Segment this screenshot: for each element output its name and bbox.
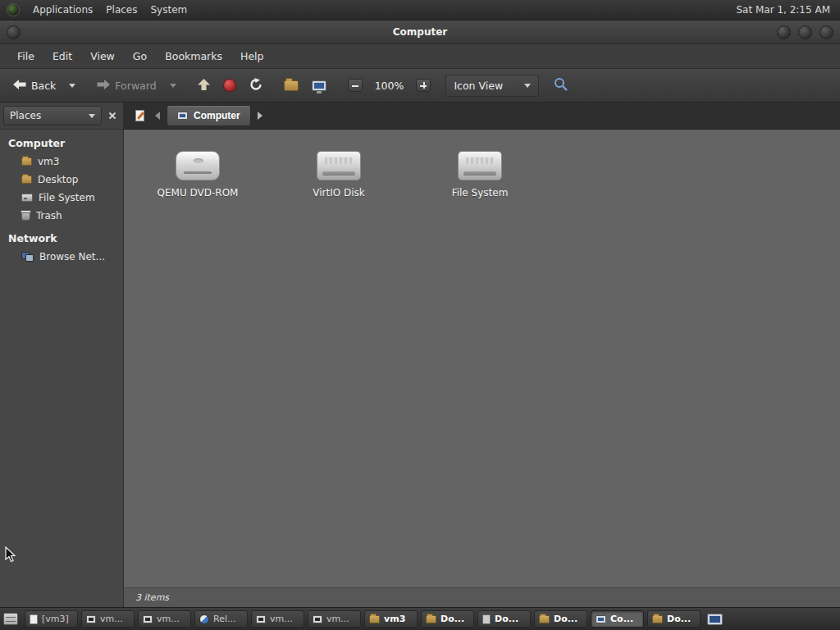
window-menu-button[interactable]: [7, 25, 21, 39]
taskbar-window-button[interactable]: Do...: [421, 610, 474, 628]
menubar: File Edit View Go Bookmarks Help: [0, 44, 840, 69]
home-button[interactable]: [277, 75, 305, 96]
forward-icon: [97, 80, 110, 92]
menu-bookmarks[interactable]: Bookmarks: [156, 46, 231, 66]
sidebar-item-vm3[interactable]: vm3: [0, 153, 123, 171]
search-icon: [554, 77, 568, 94]
up-arrow-icon: [198, 79, 210, 93]
optical-drive-icon: [176, 151, 220, 180]
menu-help[interactable]: Help: [231, 46, 273, 66]
menu-go[interactable]: Go: [124, 46, 156, 66]
path-scroll-right-icon[interactable]: [258, 112, 262, 120]
sidebar-section-computer: Computer: [0, 130, 123, 153]
taskbar-window-button[interactable]: vm...: [251, 610, 304, 628]
zoom-out-button[interactable]: [341, 74, 369, 97]
zoom-out-icon: [348, 79, 363, 92]
back-history-dropdown[interactable]: [62, 79, 82, 93]
back-button[interactable]: Back: [7, 75, 62, 97]
taskbar-window-button[interactable]: Do...: [477, 610, 531, 628]
desktop-top-panel: Applications Places System Sat Mar 1, 2:…: [0, 0, 840, 21]
sidebar-item-browse-network[interactable]: Browse Net...: [0, 248, 123, 266]
hard-disk-icon: [458, 151, 502, 180]
file-item-qemu-dvd[interactable]: QEMU DVD-ROM: [132, 151, 263, 199]
taskbar-window-button[interactable]: vm3: [364, 610, 418, 628]
clock[interactable]: Sat Mar 1, 2:15 AM: [733, 4, 833, 16]
computer-icon: [596, 615, 606, 623]
trash-icon: [21, 212, 30, 221]
file-item-virtio-disk[interactable]: VirtIO Disk: [273, 151, 404, 199]
forward-history-dropdown[interactable]: [163, 79, 183, 93]
display-tray-icon[interactable]: [707, 614, 723, 625]
network-icon: [21, 252, 34, 262]
menu-view[interactable]: View: [81, 46, 124, 66]
back-icon: [13, 80, 26, 92]
reload-button[interactable]: [243, 73, 269, 98]
file-item-filesystem[interactable]: File System: [414, 151, 546, 199]
sidebar: Places Computer vm3 Desktop File System …: [0, 103, 124, 607]
folder-icon: [21, 158, 32, 166]
terminal-icon: [256, 615, 266, 623]
view-mode-select[interactable]: Icon View: [445, 75, 539, 97]
close-button[interactable]: [819, 25, 833, 39]
window-icon: [30, 614, 38, 624]
path-scroll-left-icon[interactable]: [155, 112, 160, 120]
chevron-down-icon: [524, 84, 531, 88]
taskbar-window-button-active[interactable]: Co...: [591, 610, 644, 628]
sidebar-mode-select[interactable]: Places: [3, 106, 102, 126]
toolbar: Back Forward 100% Icon View: [0, 69, 840, 103]
taskbar-window-button[interactable]: vm...: [308, 610, 361, 628]
menu-applications[interactable]: Applications: [26, 2, 99, 18]
window-icon: [86, 615, 96, 623]
taskbar-window-button[interactable]: Do...: [534, 610, 587, 628]
hard-disk-icon: [317, 151, 361, 180]
sidebar-item-desktop[interactable]: Desktop: [0, 171, 123, 189]
menu-system[interactable]: System: [144, 2, 194, 18]
taskbar-window-button[interactable]: Rel...: [194, 610, 248, 628]
search-button[interactable]: [547, 72, 574, 98]
zoom-in-button[interactable]: [409, 74, 437, 97]
reload-icon: [249, 78, 262, 94]
zoom-in-icon: [416, 79, 431, 92]
menu-edit[interactable]: Edit: [43, 46, 81, 66]
computer-icon: [177, 112, 188, 120]
zoom-level: 100%: [369, 80, 410, 92]
document-icon: [482, 614, 491, 624]
menu-file[interactable]: File: [8, 46, 43, 66]
folder-icon: [369, 615, 380, 623]
path-computer-button[interactable]: Computer: [167, 105, 251, 126]
folder-icon: [21, 176, 32, 184]
file-manager-launcher-icon[interactable]: [3, 613, 18, 625]
chevron-down-icon: [89, 114, 95, 118]
sidebar-item-filesystem[interactable]: File System: [0, 189, 123, 207]
file-view[interactable]: QEMU DVD-ROM VirtIO Disk File System: [124, 130, 840, 587]
taskbar: [vm3] vm... vm... Rel... vm... vm... vm3…: [0, 607, 840, 630]
taskbar-window-button[interactable]: vm...: [138, 610, 191, 628]
statusbar: 3 items: [124, 587, 840, 607]
minimize-button[interactable]: [777, 25, 791, 39]
window-titlebar[interactable]: Computer: [0, 21, 840, 44]
folder-icon: [652, 615, 663, 623]
window-icon: [143, 615, 153, 623]
taskbar-window-button[interactable]: [vm3]: [25, 610, 78, 628]
chevron-down-icon: [69, 84, 75, 88]
taskbar-window-button[interactable]: Do...: [647, 610, 701, 628]
distro-logo-icon[interactable]: [7, 3, 20, 16]
pathbar: Computer: [124, 103, 840, 130]
menu-places[interactable]: Places: [99, 2, 144, 18]
sidebar-item-trash[interactable]: Trash: [0, 207, 123, 225]
folder-icon: [539, 615, 550, 623]
forward-button[interactable]: Forward: [90, 75, 162, 97]
taskbar-window-button[interactable]: vm...: [81, 610, 135, 628]
sidebar-close-icon[interactable]: [105, 108, 120, 123]
up-button[interactable]: [191, 74, 217, 98]
folder-icon: [426, 615, 436, 623]
location-edit-toggle[interactable]: [130, 107, 148, 125]
stop-button[interactable]: [217, 74, 243, 97]
computer-button[interactable]: [305, 75, 333, 96]
drive-icon: [21, 194, 33, 202]
computer-icon: [312, 80, 326, 91]
stop-icon: [223, 79, 236, 92]
home-folder-icon: [284, 80, 299, 91]
item-count: 3 items: [135, 592, 169, 603]
maximize-button[interactable]: [798, 25, 812, 39]
